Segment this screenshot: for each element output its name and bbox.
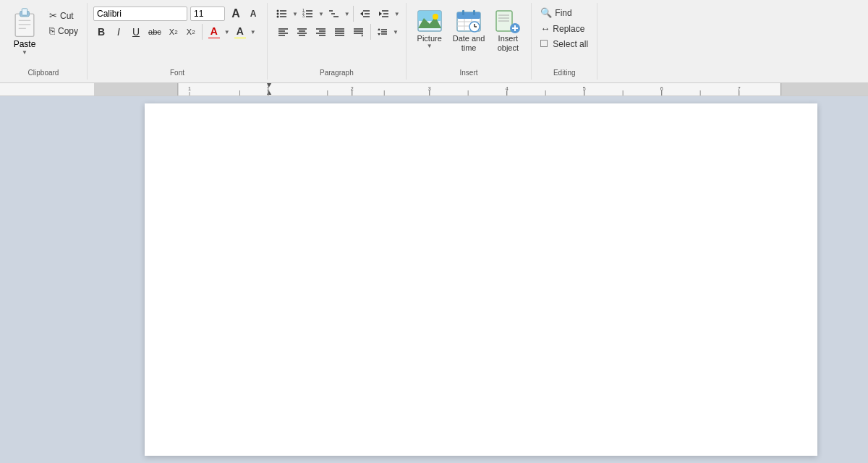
highlight-bar <box>234 38 246 38</box>
align-center-button[interactable] <box>294 24 311 40</box>
replace-icon: ↔ <box>540 23 550 34</box>
editing-group: 🔍 Find ↔ Replace Select all Editing <box>532 3 597 80</box>
font-size-input[interactable] <box>190 7 225 21</box>
multilevel-list-icon <box>328 8 340 20</box>
svg-marker-48 <box>362 34 363 37</box>
font-color-bar <box>208 38 220 38</box>
find-label: Find <box>555 8 571 18</box>
insert-object-icon <box>495 8 521 34</box>
calendar-icon <box>456 8 482 34</box>
highlight-dropdown[interactable]: ▼ <box>250 29 256 35</box>
superscript-button[interactable]: X2 <box>183 24 199 40</box>
font-group-content: A A B I U abc X2 X2 A ▼ <box>93 6 261 66</box>
svg-marker-49 <box>378 28 380 30</box>
cut-button[interactable]: ✂ Cut <box>46 9 81 22</box>
insert-label: Insert <box>460 66 478 77</box>
editing-label: Editing <box>553 66 576 77</box>
svg-marker-21 <box>360 12 363 16</box>
font-format-row: B I U abc X2 X2 A ▼ A ▼ <box>93 24 256 40</box>
paste-icon <box>10 7 39 39</box>
font-name-row: A A <box>93 6 261 22</box>
clipboard-group: Paste ▼ ✂ Cut ⎘ Copy Clipboard <box>0 3 88 80</box>
align-left-button[interactable] <box>275 24 292 40</box>
subscript-button[interactable]: X2 <box>166 24 182 40</box>
line-spacing-arrow[interactable]: ▼ <box>393 29 399 35</box>
font-name-input[interactable] <box>93 7 187 21</box>
align-right-icon <box>315 26 327 38</box>
svg-point-57 <box>433 14 438 20</box>
insert-object-button[interactable]: Insertobject <box>490 6 525 55</box>
font-label: Font <box>170 66 184 77</box>
picture-button[interactable]: Picture ▼ <box>412 6 447 51</box>
page-container[interactable] <box>94 96 868 463</box>
replace-button[interactable]: ↔ Replace <box>537 22 587 35</box>
align-center-icon <box>297 26 308 38</box>
unordered-list-button[interactable] <box>273 6 291 22</box>
font-size-buttons: A A <box>228 6 261 22</box>
paragraph-group-content: ▼ 1. 2. 3. ▼ <box>273 6 400 66</box>
paragraph-label: Paragraph <box>320 66 354 77</box>
indent-increase-button[interactable] <box>375 6 393 22</box>
italic-button[interactable]: I <box>111 24 127 40</box>
highlight-letter: A <box>237 25 244 37</box>
copy-icon: ⎘ <box>49 25 55 36</box>
font-color-dropdown[interactable]: ▼ <box>224 29 230 35</box>
font-grow-button[interactable]: A <box>228 6 244 22</box>
replace-label: Replace <box>553 24 584 34</box>
ruler: 1 2 3 4 5 6 7 1 <box>0 83 868 96</box>
select-all-button[interactable]: Select all <box>537 38 591 51</box>
find-button[interactable]: 🔍 Find <box>537 6 574 20</box>
svg-text:1: 1 <box>188 85 191 91</box>
multilevel-list-dropdown[interactable]: ▼ <box>344 11 350 17</box>
insert-group-content: Picture ▼ <box>412 6 526 66</box>
font-shrink-button[interactable]: A <box>245 6 261 22</box>
insert-object-label: Insertobject <box>498 34 519 53</box>
font-group: A A B I U abc X2 X2 A ▼ <box>88 3 268 80</box>
copy-button[interactable]: ⎘ Copy <box>46 24 81 38</box>
line-spacing-dropdown[interactable]: ▼ <box>394 11 400 17</box>
justify-button[interactable] <box>331 24 349 40</box>
unordered-list-dropdown[interactable]: ▼ <box>292 11 298 17</box>
multilevel-list-button[interactable] <box>326 6 343 22</box>
ordered-list-icon: 1. 2. 3. <box>302 8 314 20</box>
highlight-button[interactable]: A <box>231 24 249 40</box>
editing-group-content: 🔍 Find ↔ Replace Select all <box>537 6 591 66</box>
font-color-button[interactable]: A <box>205 24 223 40</box>
paste-label: Paste <box>14 39 36 49</box>
font-color-letter: A <box>210 25 218 37</box>
svg-marker-50 <box>378 33 380 35</box>
line-spacing-icon <box>377 26 388 38</box>
svg-text:3.: 3. <box>302 14 305 18</box>
find-icon: 🔍 <box>540 7 552 18</box>
left-sidebar <box>0 96 94 463</box>
datetime-label: Date andtime <box>453 34 485 53</box>
bold-button[interactable]: B <box>93 24 109 40</box>
paste-button[interactable]: Paste ▼ <box>6 6 43 57</box>
paste-dropdown-arrow: ▼ <box>22 49 27 56</box>
picture-icon <box>417 8 443 34</box>
svg-marker-25 <box>379 12 382 16</box>
unordered-list-icon <box>276 8 288 20</box>
select-all-label: Select all <box>553 39 588 49</box>
document-page[interactable] <box>145 103 817 456</box>
rtl-justify-button[interactable] <box>350 24 367 40</box>
main-area <box>0 96 868 463</box>
svg-rect-5 <box>22 9 27 15</box>
indent-decrease-icon <box>359 8 371 20</box>
paragraph-group: ▼ 1. 2. 3. ▼ <box>268 3 407 80</box>
svg-rect-61 <box>473 10 475 15</box>
line-spacing-button[interactable] <box>374 24 391 40</box>
svg-point-8 <box>277 13 279 15</box>
scissors-icon: ✂ <box>49 10 57 21</box>
indent-decrease-button[interactable] <box>357 6 374 22</box>
datetime-button[interactable]: Date andtime <box>448 6 490 55</box>
strikethrough-button[interactable]: abc <box>145 24 164 40</box>
copy-label: Copy <box>58 26 78 36</box>
picture-dropdown[interactable]: ▼ <box>427 43 433 49</box>
ordered-list-button[interactable]: 1. 2. 3. <box>299 6 317 22</box>
ordered-list-dropdown[interactable]: ▼ <box>318 11 324 17</box>
ruler-svg: 1 2 3 4 5 6 7 1 <box>94 83 868 96</box>
underline-button[interactable]: U <box>128 24 144 40</box>
ribbon: Paste ▼ ✂ Cut ⎘ Copy Clipboard <box>0 0 868 83</box>
align-right-button[interactable] <box>312 24 330 40</box>
